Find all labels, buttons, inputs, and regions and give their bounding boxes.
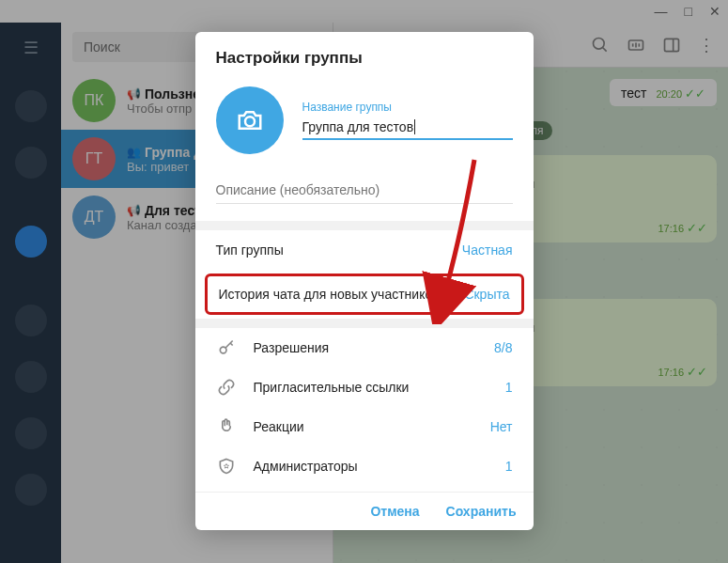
option-label: История чата для новых участников — [219, 287, 440, 302]
group-photo-button[interactable] — [216, 86, 284, 154]
row-label: Разрешения — [254, 340, 478, 355]
option-label: Тип группы — [216, 242, 284, 258]
reactions-row[interactable]: Реакции Нет — [195, 407, 534, 446]
section-divider — [195, 221, 534, 230]
permissions-row[interactable]: Разрешения 8/8 — [195, 328, 534, 368]
shield-star-icon — [216, 457, 237, 476]
modal-title: Настройки группы — [195, 32, 534, 77]
camera-icon — [236, 106, 264, 134]
invite-links-row[interactable]: Пригласительные ссылки 1 — [195, 368, 534, 407]
group-type-row[interactable]: Тип группы Частная — [195, 230, 534, 270]
wave-icon — [216, 417, 237, 436]
save-button[interactable]: Сохранить — [446, 504, 517, 519]
modal-overlay[interactable]: Настройки группы Название группы Группа … — [0, 0, 728, 563]
option-value: Скрыта — [464, 287, 509, 302]
row-value: 1 — [505, 380, 513, 395]
group-name-input[interactable]: Группа для тестов — [302, 116, 513, 140]
row-label: Реакции — [254, 419, 473, 434]
group-settings-modal: Настройки группы Название группы Группа … — [195, 32, 534, 530]
section-divider — [195, 319, 534, 328]
group-description-input[interactable] — [216, 177, 513, 204]
svg-point-8 — [245, 117, 255, 126]
row-value: 1 — [505, 459, 513, 474]
row-label: Пригласительные ссылки — [254, 380, 488, 395]
row-value: Нет — [490, 419, 513, 434]
chat-history-row[interactable]: История чата для новых участников Скрыта — [208, 276, 521, 312]
option-value: Частная — [462, 242, 513, 258]
svg-point-9 — [220, 347, 226, 353]
link-icon — [216, 378, 237, 397]
cancel-button[interactable]: Отмена — [370, 504, 419, 519]
key-icon — [216, 338, 237, 357]
row-label: Администраторы — [254, 459, 488, 474]
highlighted-history-row: История чата для новых участников Скрыта — [205, 274, 524, 315]
administrators-row[interactable]: Администраторы 1 — [195, 446, 534, 486]
group-name-label: Название группы — [302, 101, 513, 114]
row-value: 8/8 — [494, 340, 512, 355]
